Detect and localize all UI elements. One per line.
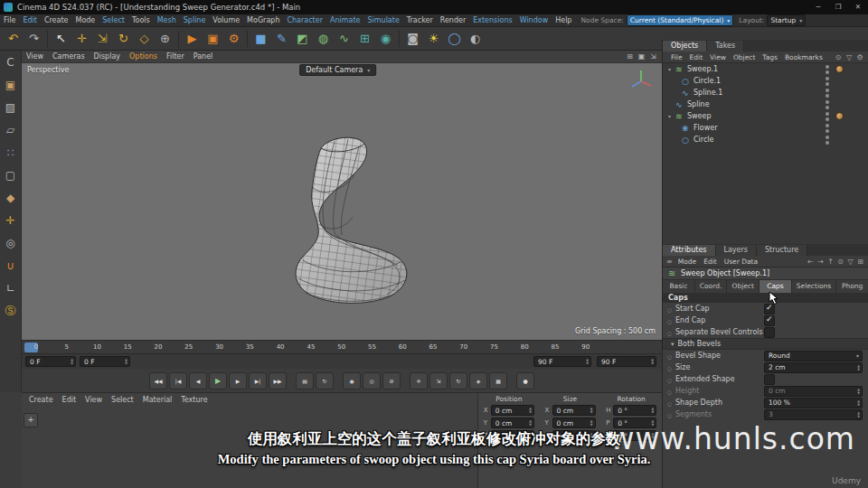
mat-menu-create[interactable]: Create xyxy=(29,396,53,404)
current-frame-field[interactable]: 0 F xyxy=(25,356,76,367)
mat-menu-texture[interactable]: Texture xyxy=(181,396,207,404)
layout-dropdown[interactable]: Startup xyxy=(767,14,806,26)
menu-character[interactable]: Character xyxy=(283,16,326,24)
axis-gizmo-icon[interactable] xyxy=(629,69,653,92)
size-x-field[interactable]: 0 cm xyxy=(552,405,596,416)
mat-menu-edit[interactable]: Edit xyxy=(62,396,77,404)
tab-layers[interactable]: Layers xyxy=(716,245,757,256)
render-picture-viewer-icon[interactable]: ▣ xyxy=(203,29,222,48)
attr-menu-mode[interactable]: Mode xyxy=(675,258,700,266)
range-start-field[interactable]: 0 F xyxy=(80,356,130,367)
spline-pen-icon[interactable]: ✎ xyxy=(272,29,291,48)
visibility-toggles[interactable] xyxy=(826,100,829,109)
object-row-spline[interactable]: ∿ Spline xyxy=(663,99,868,110)
om-menu-edit[interactable]: Edit xyxy=(686,53,707,61)
menu-tracker[interactable]: Tracker xyxy=(403,16,437,24)
next-frame-icon[interactable]: ▶ xyxy=(229,372,247,389)
tab-selections[interactable]: Selections xyxy=(792,280,837,293)
rotation-h-field[interactable]: 0 ° xyxy=(613,405,656,416)
tab-basic[interactable]: Basic xyxy=(663,280,695,293)
menu-mograph[interactable]: MoGraph xyxy=(243,16,283,24)
vp-menu-view[interactable]: View xyxy=(22,52,48,61)
render-settings-icon[interactable]: ⚙ xyxy=(224,29,243,48)
anim-dot-icon[interactable] xyxy=(667,328,675,337)
last-tool-icon[interactable]: ◇ xyxy=(135,29,154,48)
record-scale-icon[interactable]: ⇲ xyxy=(429,372,448,389)
vp-menu-options[interactable]: Options xyxy=(125,52,162,61)
subdivision-surface-icon[interactable]: ◩ xyxy=(293,29,312,48)
play-icon[interactable]: ▶ xyxy=(209,372,227,389)
om-menu-bookmarks[interactable]: Bookmarks xyxy=(781,53,826,61)
anim-dot-icon[interactable] xyxy=(667,352,675,361)
object-row-flower[interactable]: ❀ Flower xyxy=(663,122,868,134)
om-menu-file[interactable]: File xyxy=(667,53,686,61)
menu-file[interactable]: File xyxy=(0,16,19,24)
volume-builder-icon[interactable]: ◍ xyxy=(314,29,333,48)
phong-tag-icon[interactable] xyxy=(835,65,844,73)
menu-render[interactable]: Render xyxy=(437,16,469,24)
object-row-circle1[interactable]: ○ Circle.1 xyxy=(663,75,868,87)
playback-options-icon[interactable]: ▤ xyxy=(296,372,314,389)
separate-bevel-checkbox[interactable] xyxy=(764,327,775,338)
tab-objects[interactable]: Objects xyxy=(663,41,707,52)
anim-dot-icon[interactable] xyxy=(667,387,675,396)
end-cap-checkbox[interactable] xyxy=(764,315,775,326)
anim-dot-icon[interactable] xyxy=(667,305,675,314)
attr-menu-userdata[interactable]: User Data xyxy=(721,258,761,266)
expand-arrow-icon[interactable] xyxy=(668,113,675,119)
mat-menu-material[interactable]: Material xyxy=(143,396,173,404)
anim-dot-icon[interactable] xyxy=(667,399,675,408)
minimize-icon[interactable]: ─ xyxy=(808,0,828,14)
parent-object-icon[interactable]: ↑ xyxy=(826,258,835,266)
viewport-toggle-icon[interactable]: ⊞ xyxy=(624,52,636,61)
goto-start-icon[interactable]: ◀◀ xyxy=(149,372,167,389)
settings-icon[interactable]: ⚙ xyxy=(854,53,865,61)
om-menu-view[interactable]: View xyxy=(706,53,730,61)
range-end-field[interactable]: 90 F xyxy=(533,356,591,367)
vp-menu-filter[interactable]: Filter xyxy=(162,52,189,61)
menu-spline[interactable]: Spline xyxy=(180,16,210,24)
anim-dot-icon[interactable] xyxy=(667,363,675,372)
visibility-toggles[interactable] xyxy=(826,112,829,121)
om-menu-tags[interactable]: Tags xyxy=(759,53,781,61)
menu-extensions[interactable]: Extensions xyxy=(469,16,515,24)
texture-mode-icon[interactable]: ▨ xyxy=(2,99,20,117)
object-row-sweep1[interactable]: ≋ Sweep.1 xyxy=(663,63,868,75)
om-menu-object[interactable]: Object xyxy=(730,53,759,61)
object-row-circle[interactable]: ○ Circle xyxy=(663,134,868,145)
visibility-toggles[interactable] xyxy=(826,124,829,133)
record-parameter-icon[interactable]: ◈ xyxy=(469,372,487,389)
prev-key-icon[interactable]: |◀ xyxy=(169,372,187,389)
camera-selector[interactable]: Default Camera xyxy=(299,64,376,76)
keyframe-selection-icon[interactable]: ⊘ xyxy=(382,372,401,389)
object-row-sweep[interactable]: ≋ Sweep xyxy=(663,110,868,122)
tab-attributes[interactable]: Attributes xyxy=(663,245,716,256)
tab-takes[interactable]: Takes xyxy=(707,41,744,52)
add-material-button[interactable]: + xyxy=(24,413,38,427)
menu-mode[interactable]: Mode xyxy=(71,16,99,24)
prev-frame-icon[interactable]: ◀ xyxy=(189,372,207,389)
history-forward-icon[interactable]: → xyxy=(816,258,826,266)
object-row-spline1[interactable]: ∿ Spline.1 xyxy=(663,87,868,99)
goto-end-icon[interactable]: ▶▶ xyxy=(269,372,287,389)
menu-window[interactable]: Window xyxy=(516,16,552,24)
panel-menu-icon[interactable]: ≡ xyxy=(666,258,673,266)
position-y-field[interactable]: 0 cm xyxy=(491,418,534,428)
coordinate-system-icon[interactable]: ⊕ xyxy=(156,29,175,48)
search-icon[interactable]: ⊙ xyxy=(833,53,844,61)
workplane-mode-icon[interactable]: ▱ xyxy=(2,121,20,139)
close-icon[interactable]: ✕ xyxy=(848,0,868,14)
edges-mode-icon[interactable]: ▢ xyxy=(2,166,20,184)
viewport-panel-icon[interactable]: ▣ xyxy=(636,52,647,61)
visibility-toggles[interactable] xyxy=(826,136,829,145)
light-icon[interactable]: ☀ xyxy=(424,29,443,48)
menu-help[interactable]: Help xyxy=(552,16,575,24)
undo-icon[interactable]: ↶ xyxy=(4,29,23,48)
sweep-mesh-object[interactable] xyxy=(271,134,420,312)
anim-dot-icon[interactable] xyxy=(667,316,675,325)
size-y-field[interactable]: 0 cm xyxy=(552,418,596,428)
rotate-tool-icon[interactable]: ↻ xyxy=(114,29,133,48)
menu-create[interactable]: Create xyxy=(41,16,72,24)
viewport-maximize-icon[interactable]: ⇲ xyxy=(647,52,659,61)
maximize-icon[interactable]: ❐ xyxy=(828,0,848,14)
